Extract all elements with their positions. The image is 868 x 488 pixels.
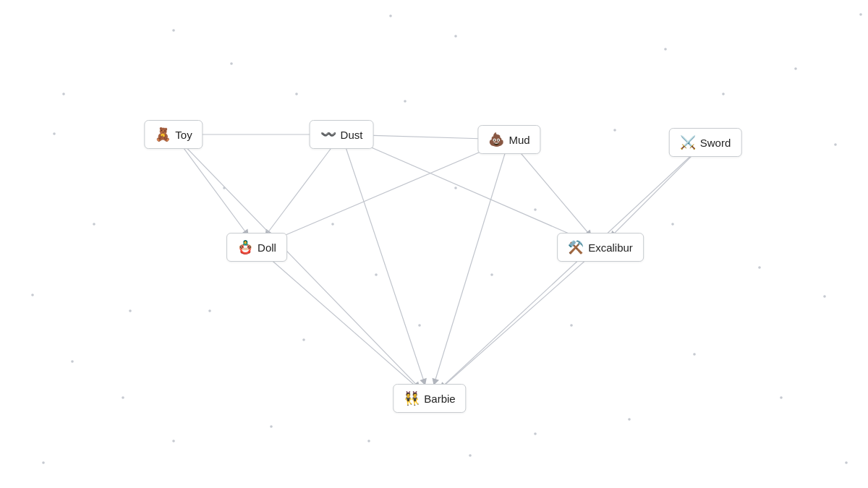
svg-point-36	[418, 324, 421, 327]
svg-line-44	[174, 134, 257, 247]
svg-point-28	[469, 454, 472, 457]
node-barbie-label: Barbie	[424, 393, 455, 405]
svg-point-15	[404, 100, 407, 103]
svg-point-33	[129, 309, 132, 312]
node-barbie-icon: 👯	[404, 390, 420, 406]
node-sword-label: Sword	[700, 137, 731, 149]
node-excalibur-icon: ⚒️	[568, 239, 584, 255]
node-doll-icon: 🪆	[237, 239, 253, 255]
svg-point-30	[270, 425, 273, 428]
node-mud-icon: 💩	[488, 132, 504, 147]
svg-point-40	[845, 461, 848, 464]
svg-point-9	[122, 396, 124, 399]
svg-point-32	[71, 360, 74, 363]
svg-point-22	[834, 143, 837, 146]
svg-line-50	[341, 134, 430, 398]
node-dust[interactable]: 〰️Dust	[310, 120, 374, 149]
svg-point-11	[208, 309, 211, 312]
node-dust-label: Dust	[341, 129, 363, 141]
svg-point-37	[570, 324, 573, 327]
svg-point-21	[794, 67, 797, 70]
svg-point-35	[331, 223, 334, 226]
svg-line-64	[430, 247, 600, 398]
node-barbie[interactable]: 👯Barbie	[393, 384, 466, 413]
node-mud[interactable]: 💩Mud	[477, 125, 540, 154]
node-sword[interactable]: ⚔️Sword	[669, 128, 742, 157]
node-excalibur-label: Excalibur	[588, 241, 633, 254]
svg-point-25	[693, 353, 696, 356]
svg-point-6	[53, 132, 56, 135]
svg-point-24	[758, 266, 761, 269]
svg-point-41	[859, 13, 862, 16]
svg-point-14	[295, 93, 298, 95]
svg-point-31	[172, 440, 175, 442]
node-sword-icon: ⚔️	[680, 134, 696, 150]
node-excalibur[interactable]: ⚒️Excalibur	[557, 233, 644, 262]
svg-point-18	[613, 129, 616, 132]
svg-point-10	[42, 461, 45, 464]
svg-line-52	[257, 140, 509, 247]
svg-point-29	[367, 440, 370, 442]
svg-point-4	[454, 187, 457, 189]
svg-line-66	[174, 134, 430, 398]
svg-point-23	[823, 295, 826, 298]
svg-line-68	[341, 134, 600, 247]
node-doll-label: Doll	[258, 241, 276, 254]
svg-point-5	[490, 273, 493, 276]
svg-point-1	[172, 29, 175, 32]
svg-point-39	[780, 396, 783, 399]
svg-point-19	[664, 48, 667, 51]
node-toy-label: Toy	[175, 129, 192, 141]
svg-point-20	[722, 93, 725, 95]
node-mud-label: Mud	[509, 134, 529, 146]
svg-line-60	[430, 142, 705, 398]
node-toy[interactable]: 🧸Toy	[144, 120, 203, 149]
node-toy-icon: 🧸	[155, 127, 171, 142]
node-dust-icon: 〰️	[320, 127, 336, 142]
svg-line-58	[600, 142, 705, 247]
svg-line-54	[509, 140, 600, 247]
svg-point-27	[534, 432, 537, 435]
graph-canvas	[0, 0, 868, 488]
svg-point-38	[671, 223, 674, 226]
svg-point-26	[628, 418, 631, 421]
svg-point-3	[389, 14, 392, 17]
svg-point-12	[302, 338, 305, 341]
svg-point-16	[454, 35, 457, 38]
node-doll[interactable]: 🪆Doll	[226, 233, 287, 262]
svg-point-17	[534, 208, 537, 211]
svg-point-7	[93, 223, 95, 226]
svg-line-62	[257, 247, 430, 398]
svg-point-0	[62, 93, 65, 95]
svg-line-46	[257, 134, 341, 247]
svg-point-13	[375, 273, 378, 276]
svg-point-2	[230, 62, 233, 65]
svg-point-8	[31, 294, 34, 296]
